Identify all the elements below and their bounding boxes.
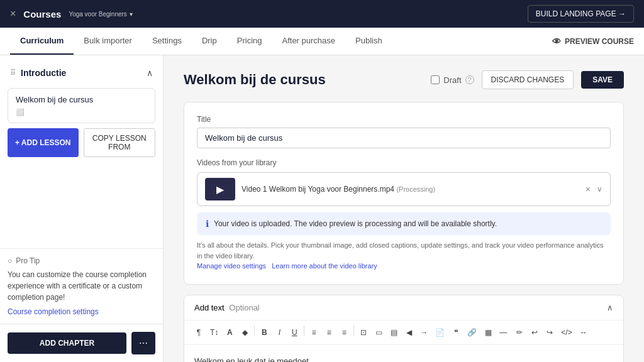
toolbar-grid[interactable]: ▦	[481, 326, 495, 339]
build-landing-button[interactable]: BUILD LANDING PAGE →	[528, 5, 634, 23]
toolbar-highlight[interactable]: ◆	[238, 326, 252, 339]
discard-changes-button[interactable]: DISCARD CHANGES	[482, 70, 574, 89]
sidebar: ⠿ Introductie ∧ Welkom bij de cursus ⬜ +…	[0, 55, 164, 362]
video-processing-status: (Processing)	[396, 185, 435, 193]
title-field-label: Title	[197, 115, 611, 124]
top-bar-left: × Courses Yoga voor Beginners ▾	[10, 8, 133, 19]
pro-tip-label: Pro Tip	[16, 256, 40, 265]
course-dropdown-icon: ▾	[130, 11, 133, 18]
page-title: Welkom bij de cursus	[184, 72, 326, 88]
toolbar-font-color[interactable]: A	[223, 326, 236, 339]
toolbar-text-size[interactable]: T↕	[207, 326, 221, 339]
section-header: ⠿ Introductie ∧	[8, 63, 155, 83]
section-title-text: Introductie	[21, 68, 66, 78]
tab-pricing[interactable]: Pricing	[227, 28, 272, 55]
toolbar-image[interactable]: ▤	[387, 326, 401, 339]
pro-tip-icon: ○	[8, 256, 12, 265]
add-chapter-button[interactable]: ADD CHAPTER	[8, 332, 126, 354]
toolbar-undo[interactable]: ↩	[528, 326, 541, 339]
section-title-row: ⠿ Introductie	[10, 68, 66, 78]
title-input[interactable]	[197, 128, 611, 148]
manage-video-settings-link[interactable]: Manage video settings	[197, 262, 266, 270]
video-remove-button[interactable]: ×	[586, 184, 591, 194]
course-selector[interactable]: Yoga voor Beginners ▾	[69, 11, 132, 18]
video-section: Videos from your library ▶ Video 1 Welko…	[197, 158, 611, 272]
toolbar-dash[interactable]: —	[496, 326, 510, 339]
preview-course-button[interactable]: 👁 PREVIEW COURSE	[552, 36, 634, 47]
video-expand-button[interactable]: ∨	[597, 185, 602, 194]
eye-icon: 👁	[552, 36, 561, 47]
pro-tip-header: ○ Pro Tip	[8, 256, 155, 265]
lesson-type-icon: ⬜	[16, 108, 25, 116]
tab-after-purchase[interactable]: After purchase	[272, 28, 346, 55]
editor-toolbar: ¶ T↕ A ◆ B I U ≡ ≡ ≡ ⊡ ▭ ▤ ◀ → 📄 ❝ �	[184, 321, 623, 345]
toolbar-italic[interactable]: I	[272, 326, 286, 339]
toolbar-arrow[interactable]: →	[417, 326, 431, 339]
content-header: Welkom bij de cursus Draft ? DISCARD CHA…	[184, 70, 624, 89]
toolbar-code[interactable]: </>	[558, 326, 575, 339]
toolbar-blockquote[interactable]: ❝	[449, 326, 463, 339]
toolbar-list-number[interactable]: ≡	[322, 326, 336, 339]
editor-header: Add text Optional ∧	[184, 295, 623, 321]
toolbar-link[interactable]: 🔗	[464, 326, 480, 339]
top-bar: × Courses Yoga voor Beginners ▾ BUILD LA…	[0, 0, 644, 28]
toolbar-list-bullet[interactable]: ≡	[307, 326, 321, 339]
help-text: It's all about the details. Pick your th…	[197, 240, 611, 272]
more-options-button[interactable]: ⋯	[131, 332, 155, 354]
draft-info-icon: ?	[465, 75, 474, 84]
collapse-section-button[interactable]: ∧	[147, 68, 153, 78]
tab-drip[interactable]: Drip	[192, 28, 227, 55]
editor-collapse-button[interactable]: ∧	[607, 303, 613, 312]
course-completion-settings-link[interactable]: Course completion settings	[8, 307, 99, 316]
info-banner-text: Your video is uploaded. The video previe…	[214, 219, 497, 228]
toolbar-underline[interactable]: U	[287, 326, 301, 339]
video-thumbnail: ▶	[205, 178, 235, 200]
toolbar-sep-3	[353, 326, 354, 336]
editor-label: Add text Optional	[194, 303, 260, 312]
copy-lesson-button[interactable]: COPY LESSON FROM	[84, 128, 156, 157]
toolbar-expand[interactable]: ↔	[577, 326, 591, 339]
lesson-card: Welkom bij de cursus ⬜	[8, 88, 155, 123]
content-area: Welkom bij de cursus Draft ? DISCARD CHA…	[164, 55, 644, 362]
pro-tip-text: You can customize the course completion …	[8, 269, 155, 303]
learn-more-link[interactable]: Learn more about the video library	[272, 262, 377, 270]
video-field-label: Videos from your library	[197, 158, 611, 167]
video-play-icon: ▶	[216, 184, 224, 195]
lesson-name: Welkom bij de cursus	[16, 95, 147, 104]
drag-handle-icon[interactable]: ⠿	[10, 69, 16, 77]
lesson-icons-row: ⬜	[16, 108, 147, 116]
tab-settings[interactable]: Settings	[142, 28, 192, 55]
tab-bulk-importer[interactable]: Bulk importer	[74, 28, 142, 55]
toolbar-hr[interactable]: ▭	[372, 326, 386, 339]
tab-curriculum[interactable]: Curriculum	[10, 28, 74, 55]
tab-bar: Curriculum Bulk importer Settings Drip P…	[0, 28, 644, 55]
draft-label: Draft ?	[431, 75, 474, 85]
toolbar-indent[interactable]: ≡	[337, 326, 351, 339]
draft-text: Draft	[443, 75, 461, 85]
editor-body[interactable]: Welkom en leuk dat je meedoet.	[184, 345, 623, 363]
info-icon: ℹ	[206, 219, 209, 229]
tabs-container: Curriculum Bulk importer Settings Drip P…	[10, 28, 392, 55]
info-banner: ℹ Your video is uploaded. The video prev…	[197, 212, 611, 235]
add-text-label: Add text	[194, 303, 225, 312]
toolbar-table[interactable]: ⊡	[357, 326, 370, 339]
close-icon[interactable]: ×	[10, 8, 16, 19]
toolbar-pencil[interactable]: ✏	[513, 326, 526, 339]
toolbar-sep-2	[304, 326, 304, 336]
draft-checkbox[interactable]	[431, 75, 440, 84]
save-button[interactable]: SAVE	[581, 71, 624, 89]
course-title: Yoga voor Beginners	[69, 11, 126, 18]
video-item: ▶ Video 1 Welkom bij Yoga voor Beginners…	[197, 172, 611, 206]
toolbar-redo[interactable]: ↪	[543, 326, 557, 339]
toolbar-bold[interactable]: B	[257, 326, 271, 339]
toolbar-paragraph[interactable]: ¶	[192, 326, 206, 339]
text-editor-section: Add text Optional ∧ ¶ T↕ A ◆ B I U ≡ ≡ ≡…	[184, 295, 624, 363]
lesson-actions: + ADD LESSON COPY LESSON FROM	[8, 128, 155, 157]
video-filename: Video 1 Welkom bij Yoga voor Beginners.m…	[242, 185, 579, 194]
tab-publish[interactable]: Publish	[345, 28, 392, 55]
header-actions: Draft ? DISCARD CHANGES SAVE	[431, 70, 624, 89]
add-lesson-button[interactable]: + ADD LESSON	[8, 128, 79, 157]
toolbar-file[interactable]: 📄	[432, 326, 448, 339]
toolbar-video[interactable]: ◀	[402, 326, 416, 339]
optional-label: Optional	[229, 303, 259, 312]
